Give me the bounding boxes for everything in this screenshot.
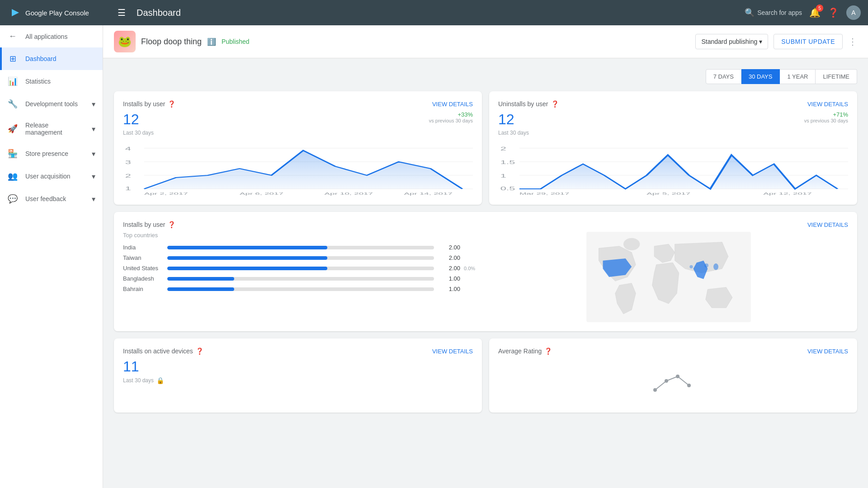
help-icon[interactable]: ❓	[544, 347, 552, 355]
uninstalls-chart: 2 1.5 1 0.5	[498, 141, 848, 196]
sidebar-store-label: Store presence	[25, 150, 85, 157]
sidebar-item-release-management[interactable]: 🚀 Release management ▾	[0, 115, 103, 142]
uninstalls-value: 12	[498, 111, 529, 128]
sidebar-item-store-presence[interactable]: 🏪 Store presence ▾	[0, 142, 103, 165]
statistics-icon: 📊	[7, 76, 18, 86]
help-icon[interactable]: ❓	[196, 347, 203, 355]
hamburger-menu-button[interactable]: ☰	[118, 7, 126, 18]
installs-active-devices-card: Installs on active devices ❓ VIEW DETAIL…	[114, 338, 482, 413]
uninstalls-value-section: 12 Last 30 days	[498, 111, 529, 136]
uninstalls-card-header: Uninstalls by user ❓ VIEW DETAILS	[498, 100, 848, 108]
play-store-logo-icon	[7, 5, 22, 20]
sidebar-item-user-feedback[interactable]: 💬 User feedback ▾	[0, 188, 103, 210]
sidebar-statistics-label: Statistics	[25, 78, 95, 85]
app-name: Floop doop thing	[141, 37, 202, 47]
sidebar-feedback-label: User feedback	[25, 195, 85, 202]
svg-point-28	[623, 238, 640, 250]
svg-text:Mar 29, 2017: Mar 29, 2017	[519, 192, 569, 196]
country-value: 2.00	[438, 254, 460, 261]
chevron-down-icon: ▾	[92, 150, 95, 158]
nav-actions: 🔍 Search for apps 🔔 5 ❓ A	[745, 5, 861, 20]
search-button[interactable]: 🔍 Search for apps	[745, 8, 802, 18]
country-change: 0.0%	[464, 266, 482, 271]
country-bar-fill	[167, 277, 234, 281]
installs-change: +33%	[429, 111, 473, 118]
world-map-container	[489, 232, 848, 322]
svg-text:Apr 6, 2017: Apr 6, 2017	[240, 192, 283, 196]
sidebar-item-all-applications[interactable]: ← All applications	[0, 25, 103, 47]
user-feedback-icon: 💬	[7, 194, 18, 204]
time-filter-bar: 7 DAYS 30 DAYS 1 YEAR LIFETIME	[114, 69, 857, 84]
publishing-dropdown[interactable]: Standard publishing ▾	[695, 34, 768, 49]
avatar[interactable]: A	[846, 5, 861, 20]
status-badge: Published	[222, 38, 250, 45]
chevron-down-icon: ▾	[92, 125, 95, 133]
notifications-button[interactable]: 🔔 5	[809, 7, 821, 18]
country-name: Bangladesh	[123, 275, 164, 282]
lock-icon: 🔒	[156, 377, 164, 384]
sidebar-item-development-tools[interactable]: 🔧 Development tools ▾	[0, 93, 103, 115]
active-devices-value: 11	[123, 358, 473, 375]
country-name: United States	[123, 265, 164, 272]
sidebar-item-statistics[interactable]: 📊 Statistics	[0, 70, 103, 93]
svg-text:3: 3	[125, 160, 131, 165]
svg-text:2: 2	[125, 174, 131, 178]
top-countries-label: Top countries	[123, 232, 482, 239]
active-devices-title: Installs on active devices ❓	[123, 347, 203, 355]
app-icon: 🐸	[114, 31, 136, 52]
rating-chart-area	[498, 358, 848, 404]
country-bar-container	[167, 256, 434, 260]
rating-chart-icon	[651, 367, 696, 394]
uninstalls-change: +71%	[804, 111, 848, 118]
active-devices-view-details[interactable]: VIEW DETAILS	[432, 348, 473, 355]
country-bar-fill	[167, 246, 327, 249]
svg-point-35	[687, 384, 691, 387]
help-icon[interactable]: ❓	[551, 100, 559, 108]
sidebar: ← All applications ⊞ Dashboard 📊 Statist…	[0, 25, 103, 488]
country-row-bangladesh: Bangladesh 1.00	[123, 275, 482, 282]
help-button[interactable]: ❓	[828, 7, 839, 18]
svg-text:1.5: 1.5	[500, 160, 515, 165]
map-view-details-link[interactable]: VIEW DETAILS	[807, 221, 848, 228]
time-filter-30days[interactable]: 30 DAYS	[741, 69, 780, 84]
submit-update-button[interactable]: SUBMIT UPDATE	[774, 34, 843, 49]
help-icon[interactable]: ❓	[168, 100, 175, 108]
uninstalls-subtitle: Last 30 days	[498, 130, 529, 136]
dropdown-arrow-icon: ▾	[759, 38, 762, 45]
app-info-icon[interactable]: ℹ️	[207, 38, 216, 46]
uninstalls-change-section: +71% vs previous 30 days	[804, 111, 848, 123]
uninstalls-change-vs: vs previous 30 days	[804, 118, 848, 123]
logo-area: Google Play Console	[7, 5, 110, 20]
more-options-icon[interactable]: ⋮	[848, 36, 857, 47]
svg-text:1: 1	[125, 186, 131, 191]
installs-change-vs: vs previous 30 days	[429, 118, 473, 123]
time-filter-lifetime[interactable]: LIFETIME	[816, 69, 857, 84]
country-row-united-states: United States 2.00 0.0%	[123, 265, 482, 272]
country-name: Bahrain	[123, 286, 164, 292]
store-presence-icon: 🏪	[7, 149, 18, 159]
time-filter-1year[interactable]: 1 YEAR	[780, 69, 816, 84]
installs-chart: 4 3 2 1	[123, 141, 473, 196]
installs-value-section: 12 Last 30 days	[123, 111, 154, 136]
installs-view-details-link[interactable]: VIEW DETAILS	[432, 101, 473, 108]
time-filter-7days[interactable]: 7 DAYS	[706, 69, 741, 84]
svg-text:4: 4	[125, 146, 131, 151]
uninstalls-view-details-link[interactable]: VIEW DETAILS	[807, 101, 848, 108]
countries-section: Top countries India 2.00 Taiwan	[123, 232, 482, 322]
installs-by-user-card: Installs by user ❓ VIEW DETAILS 12 Last …	[114, 91, 482, 205]
chevron-down-icon: ▾	[92, 195, 95, 203]
sidebar-item-dashboard[interactable]: ⊞ Dashboard	[0, 47, 103, 70]
sidebar-dashboard-label: Dashboard	[25, 55, 95, 62]
svg-text:Apr 14, 2017: Apr 14, 2017	[404, 192, 453, 196]
rating-view-details[interactable]: VIEW DETAILS	[807, 348, 848, 355]
svg-point-34	[676, 375, 679, 378]
country-name: India	[123, 244, 164, 251]
map-card-title: Installs by user ❓	[123, 221, 175, 228]
help-icon[interactable]: ❓	[168, 221, 175, 228]
installs-by-user-map-card: Installs by user ❓ VIEW DETAILS Top coun…	[114, 212, 857, 331]
sidebar-item-user-acquisition[interactable]: 👥 User acquisition ▾	[0, 165, 103, 188]
top-cards-row: Installs by user ❓ VIEW DETAILS 12 Last …	[114, 91, 857, 205]
main-content: 🐸 Floop doop thing ℹ️ Published Standard…	[103, 25, 868, 488]
svg-point-30	[704, 263, 708, 267]
country-bar-container	[167, 267, 434, 270]
